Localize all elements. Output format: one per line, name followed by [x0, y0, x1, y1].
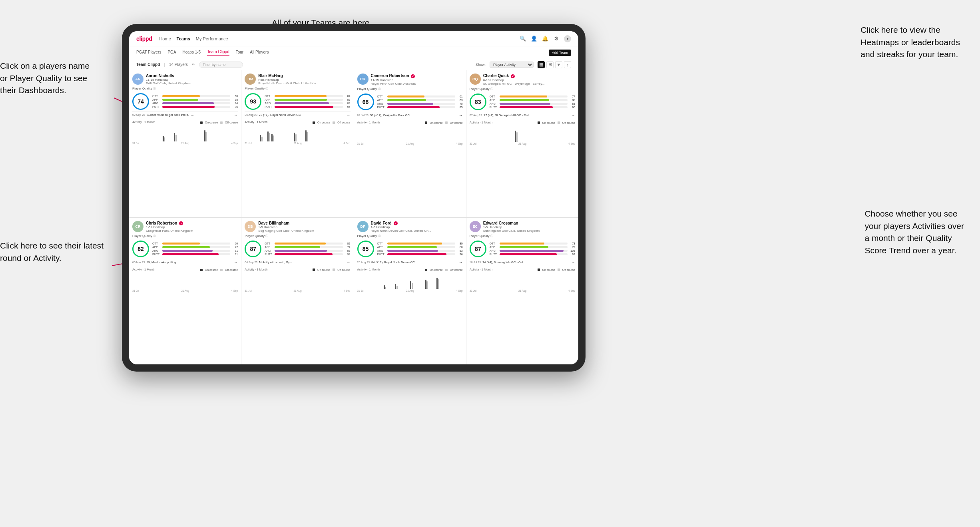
quality-section[interactable]: 87 OTT 73 APP 79 ARG 103 PU — [470, 241, 575, 257]
avatar-icon[interactable]: ● — [564, 35, 571, 42]
player-card[interactable]: CR Cameron Robertson ✓ 11-15 Handicap Ro… — [354, 70, 466, 217]
search-icon[interactable]: 🔍 — [519, 35, 526, 42]
quality-score[interactable]: 85 — [357, 241, 374, 257]
ott-value: 84 — [344, 95, 351, 97]
filter-input[interactable] — [199, 62, 243, 68]
chart-date-2: 21 Aug — [293, 289, 301, 292]
players-grid: AN Aaron Nicholls 11-15 Handicap Drift G… — [129, 70, 578, 364]
player-card[interactable]: DB Dave Billingham 1-5 Handicap Sog Magi… — [241, 218, 353, 365]
quality-score[interactable]: 68 — [357, 93, 374, 110]
activity-section: Activity · 1 Month On course Off course … — [245, 268, 350, 292]
quality-section[interactable]: 85 OTT 89 APP 80 ARG 83 PUT — [357, 241, 463, 257]
table-view-icon[interactable]: ⊞ — [546, 61, 554, 68]
player-name[interactable]: Blair McHarg — [258, 74, 319, 78]
latest-round[interactable]: 05 Mar 23 19, Must make putting → — [132, 259, 238, 265]
quality-section[interactable]: 82 OTT 60 APP 77 ARG 81 PUT — [132, 241, 238, 257]
player-card[interactable]: CQ Charlie Quick ✓ 6-10 Handicap St. Geo… — [466, 70, 578, 217]
quality-section[interactable]: 93 OTT 84 APP 85 ARG 88 PUT — [245, 93, 350, 110]
latest-round[interactable]: 26 Aug 23 73 (+1), Royal North Devon GC … — [245, 111, 350, 118]
ott-label: OTT — [265, 242, 273, 245]
player-info: Edward Crossman 1-5 Handicap Sunningdale… — [483, 221, 540, 233]
add-team-button[interactable]: Add Team — [549, 50, 571, 56]
mini-chart — [132, 125, 238, 141]
latest-round-arrow[interactable]: → — [571, 260, 575, 264]
mini-chart — [357, 273, 463, 289]
player-name[interactable]: Chris Robertson ✓ — [146, 221, 193, 226]
latest-round[interactable]: 18 Jul 23 74 (+4), Sunningdale GC - Old … — [470, 259, 575, 265]
nav-performance[interactable]: My Performance — [196, 36, 228, 41]
quality-section[interactable]: 83 OTT 77 APP 80 ARG 83 PUT — [470, 93, 575, 110]
show-select[interactable]: Player Activity Quality Score Trend — [490, 62, 534, 68]
tab-team-clippd[interactable]: Team Clippd — [207, 50, 229, 56]
tab-all-players[interactable]: All Players — [250, 50, 269, 55]
latest-round-arrow[interactable]: → — [459, 260, 463, 264]
quality-score[interactable]: 93 — [245, 93, 261, 110]
app-value: 79 — [569, 246, 575, 249]
arg-label: ARG — [490, 249, 498, 252]
player-name[interactable]: David Ford ✓ — [371, 221, 431, 226]
player-avatar: CR — [132, 221, 143, 232]
player-info: David Ford ✓ 1-5 Handicap Royal North De… — [371, 221, 431, 233]
person-icon[interactable]: 👤 — [530, 35, 538, 42]
settings-icon[interactable]: ⚙ — [553, 35, 560, 42]
chart-dates: 31 Jul 21 Aug 4 Sep — [245, 289, 350, 292]
nav-teams[interactable]: Teams — [177, 36, 190, 41]
player-card[interactable]: BM Blair McHarg Plus Handicap Royal Nort… — [241, 70, 353, 217]
latest-round[interactable]: 02 Jul 23 59 (+17), Craigmillar Park GC … — [357, 112, 463, 118]
latest-round-arrow[interactable]: → — [459, 113, 463, 117]
player-name[interactable]: Aaron Nicholls — [146, 74, 191, 78]
tab-hcaps[interactable]: Hcaps 1-5 — [183, 50, 201, 55]
chart-date-3: 4 Sep — [456, 289, 463, 292]
latest-round[interactable]: 07 Aug 23 77 (+7), St George's Hill GC -… — [470, 112, 575, 118]
grid-view-icon[interactable]: ▦ — [538, 61, 545, 68]
quality-score[interactable]: 87 — [470, 241, 486, 257]
tab-pgat[interactable]: PGAT Players — [136, 50, 161, 55]
player-card[interactable]: CR Chris Robertson ✓ 1-5 Handicap Craigm… — [129, 218, 241, 365]
putt-label: PUTT — [490, 253, 498, 256]
quality-section[interactable]: 74 OTT 60 APP 58 ARG 84 PUT — [132, 93, 238, 110]
stats-grid: OTT 82 APP 74 ARG 85 PUTT 94 — [265, 242, 350, 256]
sort-icon[interactable]: ↕ — [564, 61, 571, 68]
player-name[interactable]: Edward Crossman — [483, 221, 540, 225]
ott-value: 89 — [456, 242, 463, 245]
off-course-label: Off course — [450, 121, 463, 124]
latest-round-arrow[interactable]: → — [571, 113, 575, 117]
player-card[interactable]: AN Aaron Nicholls 11-15 Handicap Drift G… — [129, 70, 241, 217]
putt-label: PUTT — [265, 105, 273, 108]
quality-score[interactable]: 74 — [132, 93, 149, 110]
quality-section[interactable]: 68 OTT 61 APP 63 ARG 75 PUT — [357, 93, 463, 110]
team-header: Team Clippd | 14 Players ✏ Show: Player … — [129, 59, 578, 70]
player-avatar: BM — [245, 74, 256, 85]
player-header: CR Chris Robertson ✓ 1-5 Handicap Craigm… — [132, 221, 238, 233]
nav-home[interactable]: Home — [159, 36, 171, 41]
edit-icon[interactable]: ✏ — [192, 62, 195, 67]
arg-value: 88 — [344, 102, 351, 105]
latest-text: 84 (+12), Royal North Devon GC — [371, 261, 457, 264]
player-name[interactable]: Dave Billingham — [258, 221, 314, 225]
latest-round[interactable]: 04 Sep 23 Mobility with coach, Gym → — [245, 259, 350, 265]
quality-score[interactable]: 82 — [132, 241, 149, 257]
tab-tour[interactable]: Tour — [236, 50, 243, 55]
chart-dates: 31 Jul 21 Aug 4 Sep — [470, 142, 575, 145]
tab-pga[interactable]: PGA — [167, 50, 176, 55]
latest-round-arrow[interactable]: → — [234, 113, 238, 117]
player-club: Sog Maging Golf Club, United Kingdom — [258, 229, 314, 233]
latest-round-arrow[interactable]: → — [234, 260, 238, 264]
quality-score[interactable]: 83 — [470, 93, 486, 110]
player-name[interactable]: Cameron Robertson ✓ — [371, 74, 416, 78]
filter-icon[interactable]: ▼ — [555, 61, 562, 68]
activity-label: Activity · 1 Month — [245, 120, 267, 124]
latest-round-arrow[interactable]: → — [347, 260, 351, 264]
player-card[interactable]: DF David Ford ✓ 1-5 Handicap Royal North… — [354, 218, 466, 365]
latest-round[interactable]: 26 Aug 23 84 (+12), Royal North Devon GC… — [357, 259, 463, 265]
latest-round[interactable]: 02 Sep 23 Sunset round to get back into … — [132, 111, 238, 118]
quality-score[interactable]: 87 — [245, 241, 261, 257]
latest-round-arrow[interactable]: → — [347, 113, 351, 117]
sub-nav: PGAT Players PGA Hcaps 1-5 Team Clippd T… — [129, 46, 578, 59]
player-club: Craigmillar Park, United Kingdom — [146, 229, 193, 233]
player-card[interactable]: EC Edward Crossman 1-5 Handicap Sunningd… — [466, 218, 578, 365]
putt-value: 94 — [344, 253, 351, 256]
quality-section[interactable]: 87 OTT 82 APP 74 ARG 85 PUT — [245, 241, 350, 257]
bell-icon[interactable]: 🔔 — [542, 35, 549, 42]
player-name[interactable]: Charlie Quick ✓ — [483, 74, 545, 78]
